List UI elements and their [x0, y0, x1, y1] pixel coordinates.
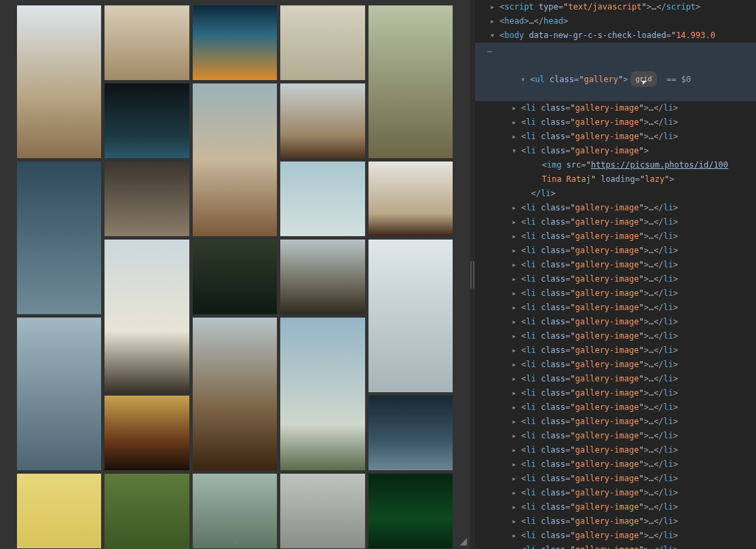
expand-toggle[interactable]: ▸ [490, 0, 497, 14]
dom-node-li[interactable]: ▸<li class="gallery-image">…</li> [475, 372, 756, 386]
gallery-image[interactable] [17, 474, 101, 548]
row-actions-icon[interactable]: ⋯ [487, 45, 493, 59]
gallery-image[interactable] [368, 5, 453, 158]
expand-toggle[interactable]: ▸ [512, 457, 518, 472]
expand-toggle[interactable]: ▸ [512, 329, 518, 343]
gallery-image[interactable] [105, 474, 189, 549]
expand-toggle[interactable]: ▸ [512, 486, 518, 500]
expand-toggle[interactable]: ▸ [512, 130, 518, 144]
dom-node-li-close[interactable]: </li> [475, 187, 756, 201]
dom-node-li[interactable]: ▸<li class="gallery-image">…</li> [475, 358, 756, 372]
expand-toggle[interactable]: ▸ [512, 244, 518, 258]
expand-toggle[interactable]: ▸ [512, 101, 518, 115]
gallery-image[interactable] [280, 162, 364, 236]
expand-toggle[interactable]: ▸ [512, 400, 518, 415]
expand-toggle[interactable]: ▸ [512, 415, 518, 429]
expand-toggle[interactable]: ▸ [512, 258, 518, 272]
dom-node-li[interactable]: ▸<li class="gallery-image">…</li> [475, 201, 756, 215]
gallery-image[interactable] [280, 318, 364, 470]
page-preview[interactable]: ≡ ◢ [0, 0, 470, 549]
dom-node-li[interactable]: ▸<li class="gallery-image">…</li> [475, 472, 756, 486]
resize-handle-bottom[interactable]: ≡ [232, 535, 238, 548]
gallery-image[interactable] [280, 83, 364, 158]
dom-node-li[interactable]: ▸<li class="gallery-image">…</li> [475, 258, 756, 272]
expand-toggle[interactable]: ▸ [512, 201, 518, 215]
expand-toggle[interactable]: ▸ [512, 315, 518, 329]
expand-toggle[interactable]: ▸ [512, 215, 518, 229]
dom-node-img-cont[interactable]: Tina Rataj" loading="lazy"> [475, 172, 756, 187]
dom-node-li[interactable]: ▸<li class="gallery-image">…</li> [475, 215, 756, 229]
dom-node-head[interactable]: ▸<head>…</head> [475, 14, 756, 29]
pane-splitter[interactable] [470, 0, 475, 549]
grid-badge[interactable]: grid➤ [630, 71, 656, 87]
dom-node-body[interactable]: ▾<body data-new-gr-c-s-check-loaded="14.… [475, 29, 756, 43]
collapse-toggle[interactable]: ▾ [521, 73, 527, 87]
gallery-image[interactable] [368, 240, 453, 392]
resize-handle-corner[interactable]: ◢ [459, 533, 467, 548]
dom-node-li[interactable]: ▸<li class="gallery-image">…</li> [475, 272, 756, 286]
dom-node-li[interactable]: ▸<li class="gallery-image">…</li> [475, 229, 756, 244]
dom-node-li[interactable]: ▸<li class="gallery-image">…</li> [475, 244, 756, 258]
gallery-image[interactable] [17, 5, 101, 158]
dom-node-li[interactable]: ▸<li class="gallery-image">…</li> [475, 486, 756, 500]
dom-node-li[interactable]: ▸<li class="gallery-image">…</li> [475, 457, 756, 472]
dom-node-li[interactable]: ▸<li class="gallery-image">…</li> [475, 400, 756, 415]
dom-node-li[interactable]: ▸<li class="gallery-image">…</li> [475, 429, 756, 443]
expand-toggle[interactable]: ▸ [512, 543, 518, 549]
gallery-image[interactable] [105, 162, 189, 236]
collapse-toggle[interactable]: ▾ [490, 29, 497, 43]
gallery-image[interactable] [105, 83, 189, 158]
expand-toggle[interactable]: ▸ [512, 443, 518, 457]
dom-node-li[interactable]: ▸<li class="gallery-image">…</li> [475, 115, 756, 130]
gallery-image[interactable] [368, 162, 453, 236]
dom-node-li[interactable]: ▸<li class="gallery-image">…</li> [475, 443, 756, 457]
dom-node-li[interactable]: ▸<li class="gallery-image">…</li> [475, 343, 756, 358]
dom-node-li[interactable]: ▸<li class="gallery-image">…</li> [475, 301, 756, 315]
expand-toggle[interactable]: ▸ [512, 429, 518, 443]
dom-node-ul-selected[interactable]: ⋯ ▾<ul class="gallery">grid➤ == $0 [475, 43, 756, 101]
gallery-image[interactable] [280, 5, 364, 80]
expand-toggle[interactable]: ▸ [512, 386, 518, 400]
expand-toggle[interactable]: ▸ [512, 301, 518, 315]
dom-node-script[interactable]: ▸<script type="text/javascript">…</scrip… [475, 0, 756, 14]
expand-toggle[interactable]: ▸ [512, 500, 518, 514]
gallery-image[interactable] [105, 396, 189, 470]
gallery-image[interactable] [193, 240, 277, 314]
expand-toggle[interactable]: ▸ [512, 272, 518, 286]
dom-node-li[interactable]: ▸<li class="gallery-image">…</li> [475, 386, 756, 400]
dom-node-li[interactable]: ▸<li class="gallery-image">…</li> [475, 529, 756, 543]
expand-toggle[interactable]: ▸ [512, 286, 518, 301]
dom-node-li[interactable]: ▸<li class="gallery-image">…</li> [475, 101, 756, 115]
gallery-image[interactable] [368, 474, 453, 548]
gallery-image[interactable] [17, 162, 101, 314]
expand-toggle[interactable]: ▸ [512, 472, 518, 486]
dom-node-li-expanded[interactable]: ▾<li class="gallery-image"> [475, 144, 756, 158]
gallery-image[interactable] [193, 83, 277, 236]
dom-node-li[interactable]: ▸<li class="gallery-image">…</li> [475, 500, 756, 514]
gallery-image[interactable] [280, 474, 364, 548]
dom-node-li[interactable]: ▸<li class="gallery-image">…</li> [475, 514, 756, 529]
gallery-image[interactable] [368, 396, 453, 470]
gallery-image[interactable] [280, 240, 364, 314]
expand-toggle[interactable]: ▸ [512, 115, 518, 130]
gallery-image[interactable] [193, 5, 277, 80]
dom-node-li[interactable]: ▸<li class="gallery-image">…</li> [475, 543, 756, 549]
gallery-image[interactable] [105, 5, 189, 80]
dom-node-li[interactable]: ▸<li class="gallery-image">…</li> [475, 130, 756, 144]
gallery-image[interactable] [193, 318, 277, 470]
dom-node-li[interactable]: ▸<li class="gallery-image">…</li> [475, 329, 756, 343]
gallery-image[interactable] [17, 318, 101, 470]
collapse-toggle[interactable]: ▾ [512, 144, 518, 158]
expand-toggle[interactable]: ▸ [512, 514, 518, 529]
gallery-image[interactable] [105, 240, 189, 392]
expand-toggle[interactable]: ▸ [512, 343, 518, 358]
expand-toggle[interactable]: ▸ [512, 358, 518, 372]
dom-node-img[interactable]: <img src="https://picsum.photos/id/100 [475, 158, 756, 172]
expand-toggle[interactable]: ▸ [512, 372, 518, 386]
expand-toggle[interactable]: ▸ [490, 14, 497, 29]
expand-toggle[interactable]: ▸ [512, 529, 518, 543]
dom-node-li[interactable]: ▸<li class="gallery-image">…</li> [475, 286, 756, 301]
dom-node-li[interactable]: ▸<li class="gallery-image">…</li> [475, 315, 756, 329]
expand-toggle[interactable]: ▸ [512, 229, 518, 244]
devtools-elements-panel[interactable]: ▸<script type="text/javascript">…</scrip… [475, 0, 756, 549]
